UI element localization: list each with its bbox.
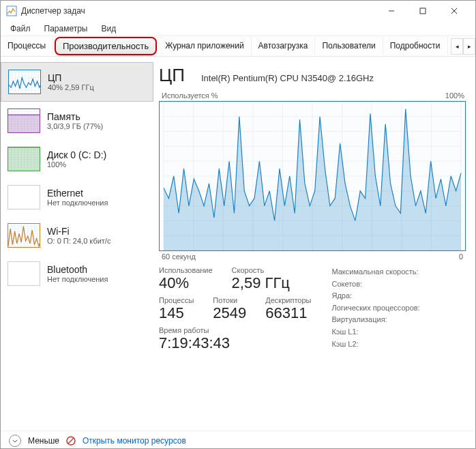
tab-scroll: ◂ ▸ [451, 38, 475, 55]
titlebar: Диспетчер задач [1, 1, 475, 21]
chart-top-labels: Используется % 100% [162, 91, 464, 100]
stat-uptime: Время работы 7:19:43:43 [159, 326, 311, 352]
sidebar-item-disk[interactable]: Диск 0 (C: D:) 100% [1, 140, 153, 178]
minimize-button[interactable] [376, 1, 407, 21]
cpu-model: Intel(R) Pentium(R) CPU N3540@ 2.16GHz [201, 73, 374, 83]
stat-usage: Использование 40% [159, 266, 213, 292]
menu-options[interactable]: Параметры [38, 23, 95, 35]
sidebar-item-text: ЦП 40% 2,59 ГГц [48, 72, 94, 91]
svg-rect-2 [420, 8, 426, 14]
sidebar-item-bluetooth[interactable]: Bluetooth Нет подключения [1, 255, 153, 293]
stats: Использование 40% Скорость 2,59 ГГц Проц… [159, 266, 466, 352]
window-controls [376, 1, 470, 21]
disk-mini-chart [8, 147, 40, 171]
main-header: ЦП Intel(R) Pentium(R) CPU N3540@ 2.16GH… [159, 65, 466, 86]
stat-threads: Потоки 2549 [213, 296, 246, 322]
sidebar-item-ethernet[interactable]: Ethernet Нет подключения [1, 178, 153, 216]
app-icon [6, 5, 17, 16]
tab-scroll-right[interactable]: ▸ [463, 38, 475, 55]
sidebar-item-wifi[interactable]: Wi-Fi О: 0 П: 24,0 кбит/с [1, 216, 153, 255]
chart-bottom-labels: 60 секунд 0 [162, 252, 463, 261]
stat-handles: Дескрипторы 66311 [265, 296, 311, 322]
memory-mini-chart [8, 108, 40, 133]
sidebar-item-memory[interactable]: Память 3,0/3,9 ГБ (77%) [1, 102, 153, 140]
main-panel: ЦП Intel(R) Pentium(R) CPU N3540@ 2.16GH… [153, 57, 475, 431]
sidebar: ЦП 40% 2,59 ГГц Память 3,0/3,9 ГБ (77%) [1, 57, 153, 431]
cpu-mini-chart [8, 70, 41, 94]
collapse-icon[interactable] [9, 435, 21, 447]
sidebar-item-cpu[interactable]: ЦП 40% 2,59 ГГц [1, 62, 153, 102]
stats-right: Максимальная скорость: Сокетов: Ядра: Ло… [331, 266, 441, 352]
stat-speed: Скорость 2,59 ГГц [232, 266, 290, 292]
page-title: ЦП [159, 65, 185, 86]
task-manager-window: Диспетчер задач Файл Параметры Вид Проце… [0, 0, 476, 449]
tab-details[interactable]: Подробности [383, 37, 448, 55]
close-button[interactable] [438, 1, 470, 21]
wifi-mini-chart [8, 223, 40, 248]
open-resmon-link[interactable]: Открыть монитор ресурсов [83, 436, 186, 446]
body: ЦП 40% 2,59 ГГц Память 3,0/3,9 ГБ (77%) [1, 57, 475, 431]
footer: Меньше Открыть монитор ресурсов [1, 431, 475, 449]
less-button[interactable]: Меньше [28, 436, 59, 446]
window-title: Диспетчер задач [21, 6, 376, 16]
tab-apphistory[interactable]: Журнал приложений [158, 37, 251, 55]
menu-view[interactable]: Вид [94, 23, 123, 35]
sidebar-item-sub: 40% 2,59 ГГц [48, 83, 94, 91]
menubar: Файл Параметры Вид [1, 21, 475, 36]
svg-line-116 [68, 438, 74, 444]
ethernet-mini-chart [8, 185, 40, 209]
tab-scroll-left[interactable]: ◂ [451, 38, 463, 55]
tab-processes[interactable]: Процессы [1, 37, 53, 55]
sidebar-item-label: ЦП [48, 72, 94, 83]
tab-startup[interactable]: Автозагрузка [252, 37, 316, 55]
bluetooth-mini-chart [8, 261, 40, 286]
menu-file[interactable]: Файл [3, 23, 38, 35]
maximize-button[interactable] [407, 1, 438, 21]
tabs: Процессы Производительность Журнал прило… [1, 36, 475, 57]
tab-users[interactable]: Пользователи [315, 37, 383, 55]
resmon-icon [66, 436, 76, 446]
stat-processes: Процессы 145 [159, 296, 194, 322]
tab-performance[interactable]: Производительность [55, 37, 157, 55]
cpu-usage-chart [159, 101, 466, 251]
